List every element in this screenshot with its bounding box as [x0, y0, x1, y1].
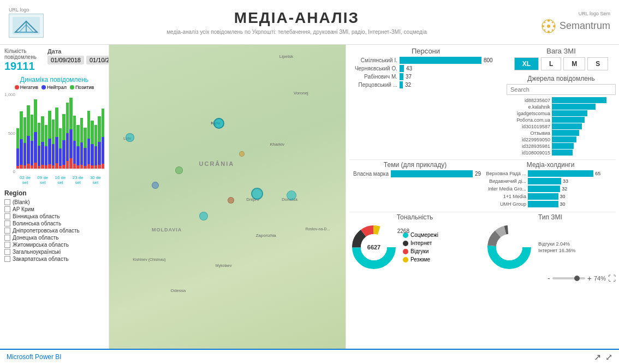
media-bar-fill	[528, 193, 558, 200]
bar-neg	[87, 164, 90, 169]
region-checkbox[interactable]	[4, 235, 10, 241]
tonalnist-internet: Інтернет	[403, 240, 438, 246]
region-item[interactable]: Вінницька область	[4, 213, 104, 220]
bar-pos	[41, 116, 44, 141]
map-dot-lviv	[126, 133, 134, 142]
region-block: Region (Blank) АР Крим Вінницька область…	[4, 189, 104, 262]
y-label-500: 500	[4, 131, 15, 136]
vaga-btn-s[interactable]: S	[587, 57, 608, 70]
date-values: 01/09/2018 01/10/2018	[47, 56, 109, 64]
bar-neg	[69, 158, 72, 169]
bar-group	[73, 92, 76, 169]
bar-group	[94, 92, 97, 169]
region-item[interactable]: Закарпатська область	[4, 255, 104, 262]
djerela-bar-fill	[552, 117, 585, 123]
header-subtitle: медіа-аналіз усіх повідомлень по Укрпошт…	[52, 29, 541, 35]
djerela-bar-fill	[552, 110, 587, 116]
bar-group	[69, 92, 72, 169]
djerela-bar-item: id301019587	[507, 123, 616, 129]
region-label: АР Крим	[13, 206, 34, 212]
region-checkbox[interactable]	[4, 249, 10, 255]
bar-pos	[91, 121, 93, 144]
vaga-btn-l[interactable]: L	[541, 57, 561, 70]
bar-neu	[31, 141, 33, 165]
region-checkbox[interactable]	[4, 228, 10, 234]
semantrum-url-label: URL logo Sem	[579, 11, 610, 16]
region-checkbox[interactable]	[4, 256, 10, 262]
region-item[interactable]: Дніпропетровська область	[4, 227, 104, 234]
bar-neg	[55, 163, 58, 169]
bar-group	[20, 92, 22, 169]
bar-neu	[87, 139, 90, 164]
fullscreen-icon[interactable]: ⛶	[608, 274, 616, 283]
expand-icon[interactable]: ⤢	[605, 352, 612, 362]
region-item[interactable]: АР Крим	[4, 206, 104, 213]
region-checkbox[interactable]	[4, 206, 10, 212]
bar-group	[38, 92, 40, 169]
personi-bars: Смілянський І. 800Черняєвський О. 43Рабі…	[349, 57, 502, 88]
region-item[interactable]: Донецька область	[4, 234, 104, 241]
tonalnist-title: Тональність	[349, 213, 480, 221]
bar-neu	[48, 139, 51, 164]
media-bar-item: Inter Media Gro... 32	[485, 186, 616, 192]
header: URL logo МЕДІА-АНАЛІЗ медіа-аналіз усіх …	[0, 0, 619, 45]
vaga-section: Вага ЗМІ XL L M S Джерела повідомлень id…	[507, 47, 616, 156]
region-checkbox[interactable]	[4, 213, 10, 219]
share-icon[interactable]: ↗	[594, 352, 601, 362]
region-label: Донецька область	[13, 235, 58, 241]
map-mykolaev: Mykolaev	[216, 264, 232, 267]
legend-pozytiv: Позитив	[70, 85, 94, 90]
bar-neg	[62, 165, 65, 169]
date-from[interactable]: 01/09/2018	[47, 56, 84, 64]
bar-pos	[55, 108, 58, 137]
region-item[interactable]: Загальноукраїнські	[4, 248, 104, 255]
x-label: 02 de set	[16, 175, 34, 185]
zoom-controls: - + 74% ⛶	[485, 274, 616, 283]
messages-count: 19111	[4, 60, 37, 73]
region-item[interactable]: (Blank)	[4, 199, 104, 206]
region-label: Закарпатська область	[13, 256, 69, 262]
region-label: Волинська область	[13, 220, 61, 226]
zoom-plus-btn[interactable]: +	[587, 274, 592, 283]
vaga-btn-m[interactable]: M	[563, 57, 585, 70]
negativ-dot	[15, 85, 19, 89]
bar-pos	[102, 109, 104, 137]
map-dot-mid3	[199, 212, 208, 220]
bar-group	[45, 92, 47, 169]
djerela-bar-item: igadgetscomua	[507, 110, 616, 116]
tonalnist-content: 6627 2268 Соцмережі Інтернет	[349, 223, 480, 272]
bar-pos	[80, 118, 83, 142]
bar-neu	[41, 142, 44, 165]
region-item[interactable]: Житомирська область	[4, 241, 104, 248]
typ-donut	[485, 223, 534, 272]
search-input[interactable]	[507, 84, 616, 95]
zoom-value: 74%	[594, 275, 606, 282]
date-to[interactable]: 01/10/2018	[86, 56, 109, 64]
djerela-bar-fill	[552, 130, 579, 136]
map-ucrania: UCRÂNIA	[199, 160, 235, 167]
bar-neg	[34, 163, 37, 169]
dynamics-title: Динаміка повідомлень	[4, 76, 104, 83]
x-label: 30 de set	[87, 175, 104, 185]
powerbi-link[interactable]: Microsoft Power BI	[7, 353, 62, 361]
region-checkbox[interactable]	[4, 199, 10, 205]
label-rezyume: Резюме	[410, 256, 430, 262]
personi-bar-fill	[400, 81, 403, 88]
map-rostov: Rostov-na-D...	[305, 227, 330, 231]
media-bar-fill	[528, 201, 558, 207]
region-checkbox[interactable]	[4, 220, 10, 226]
zoom-slider[interactable]	[552, 277, 585, 279]
neytral-label: Нейтрал	[47, 85, 67, 90]
personi-bar-fill	[400, 73, 403, 80]
vaga-btn-xl[interactable]: XL	[514, 57, 539, 70]
typ-internet-label: Інтернет 16.36%	[538, 248, 575, 253]
bar-group	[84, 92, 86, 169]
region-checkbox[interactable]	[4, 242, 10, 248]
zoom-thumb[interactable]	[574, 276, 580, 281]
bar-pos	[76, 125, 79, 146]
bar-neu	[20, 139, 22, 164]
zoom-minus-btn[interactable]: -	[547, 274, 550, 283]
personi-bar-fill	[400, 65, 404, 72]
bar-chart-container: 1,000 500 0	[4, 92, 104, 174]
region-item[interactable]: Волинська область	[4, 220, 104, 227]
